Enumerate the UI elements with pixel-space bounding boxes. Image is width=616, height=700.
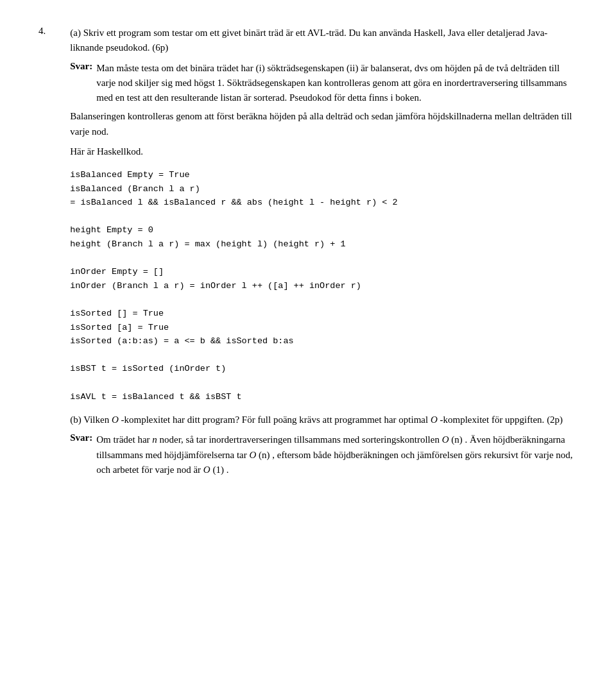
answer-intro-para: Svar: Man måste testa om det binära träd… (70, 61, 578, 106)
part-a-answer-haskell: Här är Haskellkod. (70, 144, 578, 159)
question-number: 4. (38, 26, 46, 37)
answer-b-para: Svar: Om trädet har n noder, så tar inor… (70, 432, 578, 477)
part-b-n-italic: n (152, 434, 157, 445)
code-block: isBalanced Empty = True isBalanced (Bran… (70, 168, 578, 404)
part-b-On: (n) (451, 434, 463, 445)
page-content: 4. (a) Skriv ett program som testar om e… (38, 26, 578, 486)
part-b-O2: O (250, 450, 257, 460)
part-b: (b) Vilken O -komplexitet har ditt progr… (70, 413, 578, 477)
part-b-end: . (227, 465, 229, 475)
part-a-points: (6p) (152, 42, 168, 53)
part-b-answer: Svar: Om trädet har n noder, så tar inor… (70, 432, 578, 477)
part-a-answer-intro: Man måste testa om det binära trädet har… (96, 61, 578, 106)
part-a-answer: Svar: Man måste testa om det binära träd… (70, 61, 578, 404)
part-b-points: (2p) (547, 414, 563, 425)
part-b-answer-text: Om trädet har n noder, så tar inordertra… (96, 432, 578, 477)
part-b-text: (b) Vilken O -komplexitet har ditt progr… (70, 413, 578, 427)
part-a: (a) Skriv ett program som testar om ett … (70, 26, 578, 404)
part-b-O1: O (442, 434, 449, 445)
svar-label-a: Svar: (70, 61, 92, 72)
part-b-answer-rest: noder, så tar inordertraverseringen till… (160, 434, 440, 445)
part-a-label: (a) (70, 28, 81, 38)
svar-label-b: Svar: (70, 432, 92, 443)
part-b-question-italic: O (112, 414, 119, 425)
part-b-question: Vilken (83, 414, 109, 425)
part-b-question-rest2: -komplexitet för uppgiften. (440, 414, 544, 425)
part-b-label: (b) (70, 414, 81, 425)
part-b-answer-start: Om trädet har (96, 434, 150, 445)
part-b-question-rest: -komplexitet har ditt program? För full … (121, 414, 429, 425)
question-header: 4. (a) Skriv ett program som testar om e… (38, 26, 578, 486)
question-parts: (a) Skriv ett program som testar om ett … (51, 26, 578, 486)
question-4: 4. (a) Skriv ett program som testar om e… (38, 26, 578, 486)
part-b-O1-arg: (1) (212, 465, 224, 475)
part-b-question-italic2: O (431, 414, 438, 425)
part-b-On2: (n) (259, 450, 270, 460)
part-a-text: (a) Skriv ett program som testar om ett … (70, 26, 578, 56)
part-a-answer-balance: Balanseringen kontrolleras genom att för… (70, 109, 578, 139)
part-a-question: Skriv ett program som testar om ett give… (70, 28, 547, 53)
part-b-O3: O (203, 465, 210, 475)
